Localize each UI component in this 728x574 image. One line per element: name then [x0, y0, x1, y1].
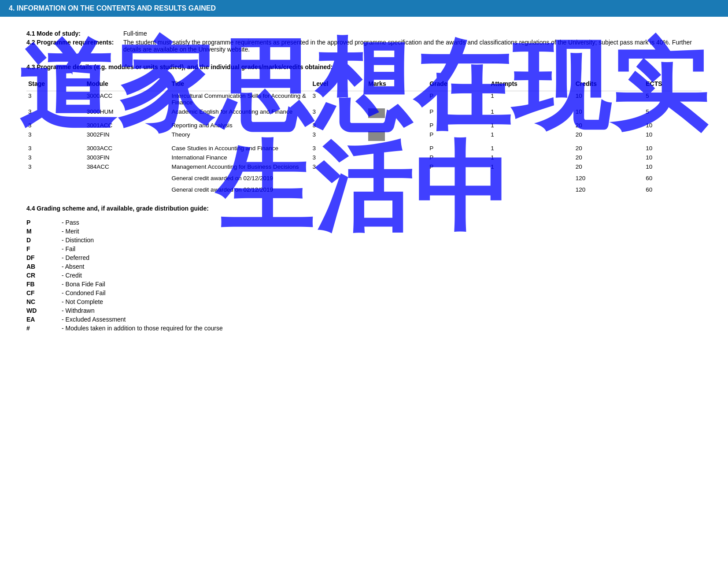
cell-attempts: 1: [489, 91, 574, 107]
table-header-row: Stage Module Title Level Marks Grade Att…: [26, 78, 702, 91]
summary-credits: 120: [574, 183, 644, 194]
cell-marks: [366, 153, 428, 162]
cell-grade: P: [428, 91, 489, 107]
cell-marks: [366, 162, 428, 171]
cell-title: Intercultural Communication Skills for A…: [170, 91, 311, 107]
grade-code: F: [26, 245, 62, 252]
summary-ects: 60: [644, 171, 702, 183]
cell-grade: P: [428, 162, 489, 171]
cell-level: 3: [311, 130, 367, 144]
table-row: 3 3003ACC Case Studies in Accounting and…: [26, 144, 702, 153]
cell-marks: [366, 144, 428, 153]
col-title: Title: [170, 78, 311, 91]
cell-stage: 3: [26, 162, 85, 171]
summary-ects: 60: [644, 183, 702, 194]
grade-description: - Excluded Assessment: [62, 316, 702, 323]
cell-title: Theory: [170, 130, 311, 144]
grade-code: #: [26, 325, 62, 332]
grade-description: - Distinction: [62, 237, 702, 244]
summary-stage: [26, 171, 85, 183]
grade-item: P - Pass: [26, 219, 702, 226]
grade-code: EA: [26, 316, 62, 323]
section-43-header: 4.3 Programme details (e.g. modules or u…: [26, 63, 702, 70]
summary-label: General credit awarded on 02/12/2019: [170, 183, 574, 194]
section-header: 4. INFORMATION ON THE CONTENTS AND RESUL…: [0, 0, 728, 17]
cell-module: 3003FIN: [85, 153, 170, 162]
grade-item: NC - Not Complete: [26, 298, 702, 305]
cell-level: 3: [311, 162, 367, 171]
cell-module: 3000HUM: [85, 107, 170, 121]
cell-level: 3: [311, 153, 367, 162]
col-module: Module: [85, 78, 170, 91]
grade-item: AB - Absent: [26, 263, 702, 270]
col-credits: Credits: [574, 78, 644, 91]
grade-item: CF - Condoned Fail: [26, 289, 702, 296]
cell-attempts: 1: [489, 130, 574, 144]
cell-title: Reporting and Analysis: [170, 121, 311, 130]
cell-stage: 3: [26, 130, 85, 144]
cell-module: 3003ACC: [85, 144, 170, 153]
grade-code: FB: [26, 281, 62, 288]
summary-stage: [26, 183, 85, 194]
grade-item: F - Fail: [26, 245, 702, 252]
programme-req-value: The student must satisfy the programme r…: [123, 39, 702, 53]
cell-credits: 20: [574, 130, 644, 144]
grade-list: P - Pass M - Merit D - Distinction F - F…: [26, 219, 702, 332]
cell-marks: [366, 130, 428, 144]
col-ects: ECTS: [644, 78, 702, 91]
cell-module: 3001ACC: [85, 121, 170, 130]
table-row: 3 384ACC Management Accounting for Busin…: [26, 162, 702, 171]
programme-req-row: 4.2 Programme requirements: The student …: [26, 39, 702, 53]
col-level: Level: [311, 78, 367, 91]
grade-code: M: [26, 228, 62, 235]
cell-ects: 5: [644, 107, 702, 121]
grade-code: CR: [26, 272, 62, 279]
cell-grade: P: [428, 121, 489, 130]
table-row: 3 3003FIN International Finance 3 P 1 20…: [26, 153, 702, 162]
cell-stage: 3: [26, 121, 85, 130]
cell-credits: 20: [574, 153, 644, 162]
summary-module: [85, 171, 170, 183]
grade-description: - Fail: [62, 245, 702, 252]
programme-req-label: 4.2 Programme requirements:: [26, 39, 123, 53]
grade-item: D - Distinction: [26, 237, 702, 244]
grading-section: 4.4 Grading scheme and, if available, gr…: [26, 205, 702, 332]
summary-credits: 120: [574, 171, 644, 183]
col-attempts: Attempts: [489, 78, 574, 91]
cell-level: 3: [311, 107, 367, 121]
module-table: Stage Module Title Level Marks Grade Att…: [26, 78, 702, 194]
grade-description: - Condoned Fail: [62, 289, 702, 296]
cell-attempts: 1: [489, 121, 574, 130]
col-stage: Stage: [26, 78, 85, 91]
cell-title: International Finance: [170, 153, 311, 162]
cell-attempts: 1: [489, 107, 574, 121]
cell-title: Academic English for Accounting and Fina…: [170, 107, 311, 121]
cell-grade: P: [428, 107, 489, 121]
col-marks: Marks: [366, 78, 428, 91]
cell-ects: 5: [644, 91, 702, 107]
cell-credits: 20: [574, 162, 644, 171]
cell-ects: 10: [644, 130, 702, 144]
cell-credits: 10: [574, 107, 644, 121]
cell-stage: 3: [26, 107, 85, 121]
cell-level: 3: [311, 121, 367, 130]
grade-item: FB - Bona Fide Fail: [26, 281, 702, 288]
summary-label: General credit awarded on 02/12/2019: [170, 171, 574, 183]
cell-grade: P: [428, 130, 489, 144]
grading-title: 4.4 Grading scheme and, if available, gr…: [26, 205, 702, 212]
summary-row: General credit awarded on 02/12/2019 120…: [26, 183, 702, 194]
cell-grade: P: [428, 144, 489, 153]
cell-ects: 10: [644, 144, 702, 153]
grade-description: - Not Complete: [62, 298, 702, 305]
grade-description: - Modules taken in addition to those req…: [62, 325, 702, 332]
table-row: 3 3002FIN Theory 3 P 1 20 10: [26, 130, 702, 144]
grade-description: - Withdrawn: [62, 307, 702, 314]
summary-module: [85, 183, 170, 194]
cell-credits: 20: [574, 121, 644, 130]
table-row: 3 3000ACC Intercultural Communication Sk…: [26, 91, 702, 107]
cell-module: 3000ACC: [85, 91, 170, 107]
grade-code: D: [26, 237, 62, 244]
grade-code: P: [26, 219, 62, 226]
cell-stage: 3: [26, 144, 85, 153]
cell-credits: 20: [574, 144, 644, 153]
